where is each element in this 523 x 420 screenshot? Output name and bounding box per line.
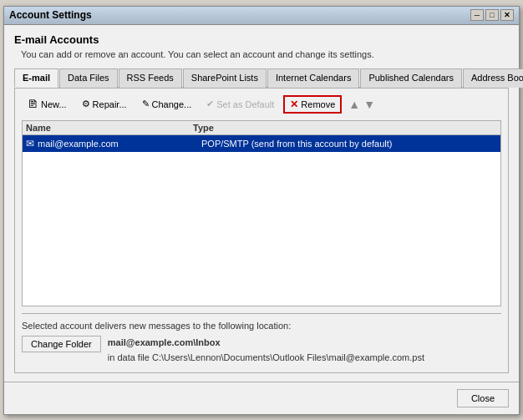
account-list[interactable]: Name Type ✉ mail@example.com POP/SMTP (s… [22,120,501,307]
table-row[interactable]: ✉ mail@example.com POP/SMTP (send from t… [23,135,500,152]
minimize-button[interactable]: ─ [470,9,484,21]
account-name: mail@example.com [38,139,201,149]
header-title: E-mail Accounts [14,33,509,46]
maximize-button[interactable]: □ [485,9,499,21]
account-settings-window: Account Settings ─ □ ✕ E-mail Accounts Y… [3,6,520,415]
toolbar: 🖹 New... ⚙ Repair... ✎ Change... ✔ Set a… [22,95,501,114]
folder-path: in data file C:\Users\Lennon\Documents\O… [108,351,424,366]
repair-icon: ⚙ [82,99,90,109]
tab-email[interactable]: E-mail [14,68,58,88]
footer-section: Selected account delivers new messages t… [22,313,501,365]
change-folder-button[interactable]: Change Folder [22,336,101,352]
repair-button[interactable]: ⚙ Repair... [76,96,133,112]
tab-sharepoint-lists[interactable]: SharePoint Lists [183,68,267,88]
folder-name: mail@example.com\Inbox [108,336,424,351]
type-column-header: Type [193,123,497,133]
title-bar: Account Settings ─ □ ✕ [4,7,519,25]
list-header: Name Type [23,121,500,135]
remove-button[interactable]: ✕ Remove [283,95,342,114]
new-icon: 🖹 [28,98,38,110]
tab-data-files[interactable]: Data Files [59,68,118,88]
remove-icon: ✕ [290,99,298,110]
window-title: Account Settings [9,9,92,21]
account-type: POP/SMTP (send from this account by defa… [201,139,497,149]
header-section: E-mail Accounts You can add or remove an… [14,33,509,59]
tab-published-calendars[interactable]: Published Calendars [360,68,462,88]
arrow-down-icon: ▼ [363,98,375,111]
name-column-header: Name [26,123,193,133]
new-button[interactable]: 🖹 New... [22,95,73,113]
tab-address-books[interactable]: Address Books [463,68,523,88]
tab-rss-feeds[interactable]: RSS Feeds [119,68,182,88]
set-default-button[interactable]: ✔ Set as Default [201,96,280,112]
close-button[interactable]: ✕ [500,9,514,21]
bottom-bar: Close [4,382,519,414]
header-description: You can add or remove an account. You ca… [21,49,509,59]
tabs-container: E-mail Data Files RSS Feeds SharePoint L… [14,68,509,89]
tab-internet-calendars[interactable]: Internet Calendars [267,68,360,88]
account-icon: ✉ [26,138,34,149]
check-icon: ✔ [206,99,214,109]
arrow-up-icon: ▲ [348,98,360,111]
change-icon: ✎ [142,99,150,109]
close-dialog-button[interactable]: Close [457,389,509,407]
tab-content: 🖹 New... ⚙ Repair... ✎ Change... ✔ Set a… [14,89,509,373]
footer-description: Selected account delivers new messages t… [22,321,501,331]
change-button[interactable]: ✎ Change... [136,96,198,112]
folder-info: mail@example.com\Inbox in data file C:\U… [108,336,424,365]
window-body: E-mail Accounts You can add or remove an… [4,25,519,382]
footer-row: Change Folder mail@example.com\Inbox in … [22,336,501,365]
title-bar-controls: ─ □ ✕ [470,9,514,21]
